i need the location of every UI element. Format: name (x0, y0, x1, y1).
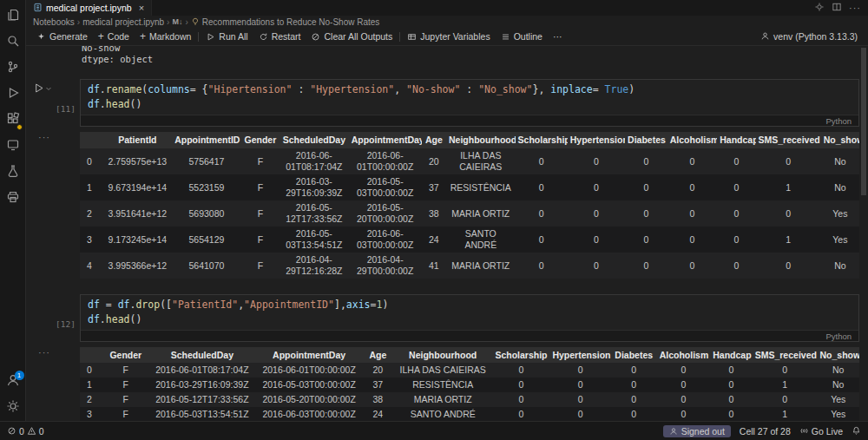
table-cell: 3 (80, 227, 103, 253)
sidebar-item-source-control[interactable] (0, 56, 26, 82)
restart-icon (259, 32, 268, 42)
cell-code-editor[interactable]: df.rename(columns= {"Hipertension" : "Hy… (80, 79, 859, 127)
column-header: AppointmentDay (349, 132, 422, 148)
outline-button[interactable]: Outline (496, 28, 548, 45)
signed-out-button[interactable]: Signed out (663, 425, 731, 437)
run-cell-button[interactable] (33, 82, 52, 94)
table-cell: 5654129 (172, 227, 241, 253)
cell-output-area: ··· PatientIdAppointmentIDGenderSchedule… (26, 132, 859, 279)
table-row: 43.995366e+125641070F2016-04-29T12:16:28… (80, 253, 859, 279)
kernel-label: venv (Python 3.13.3) (773, 31, 858, 42)
table-cell: 38 (422, 200, 446, 227)
table-cell: 1 (753, 407, 818, 421)
table-cell: 5523159 (172, 174, 241, 200)
table-cell: 3 (80, 407, 102, 421)
cell-code-editor[interactable]: df = df.drop(["PatientId","AppointmentID… (80, 294, 859, 342)
column-header: Handcap (717, 132, 755, 148)
run-all-button[interactable]: Run All (201, 28, 253, 45)
error-icon (7, 426, 16, 436)
breadcrumb-separator: › (167, 17, 169, 27)
add-markdown-button[interactable]: + Markdown (135, 28, 196, 45)
table-cell: 2016-06-01T00:00:00Z (349, 148, 422, 174)
table-cell: 0 (492, 378, 549, 392)
table-cell: 0 (568, 227, 625, 253)
more-actions-icon[interactable]: ··· (849, 3, 861, 13)
table-cell: 0 (611, 392, 657, 407)
clear-outputs-icon (311, 32, 320, 42)
table-cell: 3.995366e+12 (103, 253, 173, 279)
cell-position-indicator[interactable]: Cell 27 of 28 (740, 426, 791, 437)
sidebar-item-extensions[interactable] (0, 108, 26, 134)
table-cell: Yes (818, 392, 859, 407)
table-cell: 0 (667, 148, 718, 174)
dataframe-output-table: PatientIdAppointmentIDGenderScheduledDay… (80, 132, 859, 279)
output-collapse-handle[interactable]: ··· (38, 347, 50, 358)
printer-icon (6, 190, 20, 207)
sidebar-item-remote-explorer[interactable] (0, 134, 26, 160)
gear-icon[interactable] (814, 0, 825, 16)
run-all-label: Run All (219, 31, 247, 42)
table-cell: F (102, 378, 148, 392)
cell-language-label[interactable]: Python (825, 116, 852, 126)
sidebar-item-search[interactable] (0, 30, 26, 56)
testing-beaker-icon (6, 164, 20, 181)
table-cell: 0 (516, 253, 568, 279)
restart-button[interactable]: Restart (253, 28, 306, 45)
table-cell: F (241, 200, 279, 227)
table-row: 23.951641e+125693080F2016-05-12T17:33:56… (80, 200, 859, 227)
sidebar-item-run-debug[interactable] (0, 82, 26, 108)
sidebar-item-print[interactable] (0, 186, 26, 212)
cell-position-label: Cell 27 of 28 (740, 426, 791, 437)
output-collapse-handle[interactable]: ··· (38, 132, 50, 142)
breadcrumb-separator: › (185, 17, 187, 27)
table-cell: 2016-04-29T12:16:28Z (279, 253, 349, 279)
table-cell: 0 (756, 200, 821, 227)
outline-label: Outline (514, 31, 542, 42)
table-row: 3F2016-05-03T13:54:51Z2016-06-03T00:00:0… (80, 407, 859, 421)
table-cell: 0 (516, 148, 568, 174)
problems-indicator[interactable]: 0 0 (7, 426, 44, 437)
settings-button[interactable] (0, 395, 26, 421)
clear-all-outputs-button[interactable]: Clear All Outputs (306, 28, 398, 45)
toolbar-more-button[interactable]: ··· (548, 28, 568, 45)
cell-language-bar: Python (81, 115, 858, 126)
account-button[interactable]: 1 (0, 369, 26, 395)
scrollbar-thumb[interactable] (861, 48, 866, 195)
table-cell: No (821, 148, 859, 174)
go-live-button[interactable]: Go Live (799, 426, 843, 437)
breadcrumb-file[interactable]: medical project.ipynb (82, 17, 164, 27)
markdown-cell-icon[interactable]: M↓ (172, 17, 182, 26)
code-content[interactable]: df = df.drop(["PatientId","AppointmentID… (81, 295, 858, 330)
column-header: Scholarship (516, 132, 568, 148)
code-content[interactable]: df.rename(columns= {"Hipertension" : "Hy… (81, 80, 858, 115)
add-code-label: Code (108, 31, 129, 42)
sparkle-icon (36, 32, 46, 42)
close-tab-icon[interactable]: × (139, 3, 144, 13)
add-code-button[interactable]: + Code (93, 28, 135, 45)
column-header: Hypertension (549, 347, 610, 363)
notifications-button[interactable] (852, 426, 861, 436)
generate-button[interactable]: Generate (31, 28, 93, 45)
jupyter-variables-label: Jupyter Variables (420, 31, 490, 42)
cell-language-label[interactable]: Python (825, 332, 852, 341)
tab-medical-project[interactable]: medical project.ipynb × (26, 0, 152, 16)
table-cell: RESISTÊNCIA (446, 174, 516, 200)
column-header: Handcap (710, 347, 752, 363)
table-cell: 37 (363, 378, 393, 392)
breadcrumb-folder[interactable]: Notebooks (33, 17, 75, 27)
table-cell: 2016-06-01T08:17:04Z (279, 148, 349, 174)
table-cell: 0 (717, 174, 755, 200)
table-cell: 0 (611, 363, 657, 378)
table-cell: F (241, 227, 279, 253)
execution-count: [11] (56, 104, 76, 114)
sidebar-item-explorer[interactable] (0, 3, 26, 30)
breadcrumb-heading[interactable]: Recommendations to Reduce No-Show Rates (202, 17, 380, 27)
sidebar-item-testing[interactable] (0, 160, 26, 186)
editor-scrollbar[interactable] (859, 46, 868, 421)
column-header (80, 347, 102, 363)
jupyter-variables-button[interactable]: Jupyter Variables (402, 28, 495, 45)
table-cell: 1 (80, 174, 103, 200)
column-header: ScheduledDay (148, 347, 255, 363)
kernel-picker[interactable]: venv (Python 3.13.3) (760, 31, 868, 43)
split-editor-icon[interactable] (832, 0, 842, 16)
